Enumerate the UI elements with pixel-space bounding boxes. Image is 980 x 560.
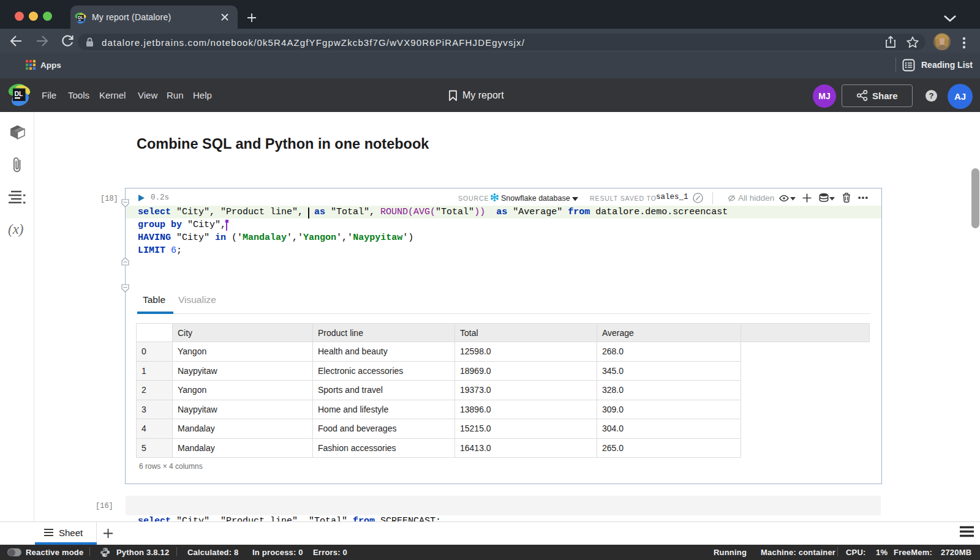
svg-text:DL: DL [15,90,24,97]
svg-text:DL: DL [78,15,83,20]
